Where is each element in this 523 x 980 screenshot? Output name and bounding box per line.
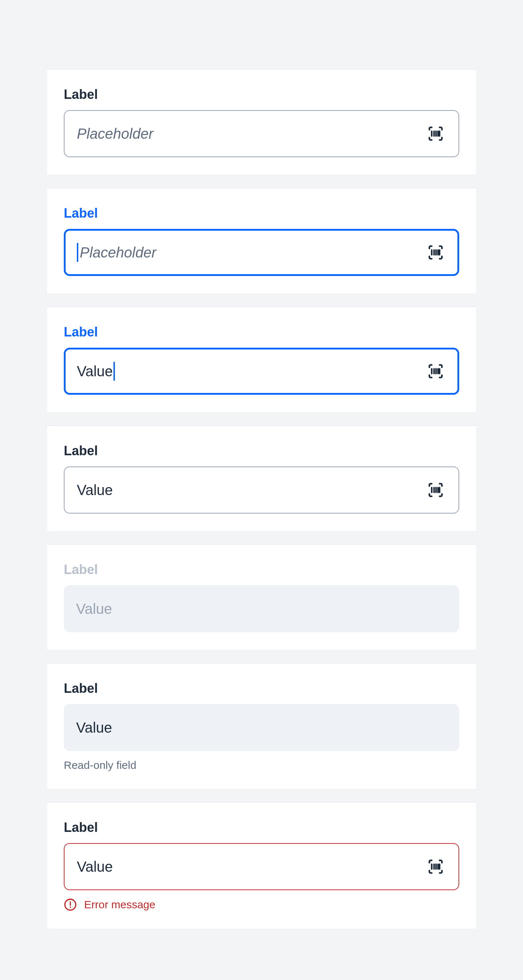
field-error: Label Value Error message [47,802,476,929]
field-focused-filled: Label Value [47,306,476,412]
text-input[interactable]: Value [64,843,459,890]
field-label: Label [64,206,459,221]
input-value: Value [76,601,447,617]
field-label: Label [64,562,459,577]
text-input[interactable]: Placeholder [64,110,459,157]
field-disabled: Label Value [47,544,476,650]
input-states-showcase: Label Placeholder Label Placeholder Labe… [0,0,523,980]
field-readonly: Label Value Read-only field [47,663,476,789]
text-caret [113,362,115,381]
field-label: Label [64,325,459,340]
barcode-icon[interactable] [425,856,446,877]
text-input[interactable]: Value [64,466,459,514]
barcode-icon[interactable] [425,479,446,501]
field-label: Label [64,443,459,458]
input-value: Value [77,859,425,875]
error-message-row: Error message [64,898,459,911]
input-value: Value [76,720,447,736]
field-focused-empty: Label Placeholder [47,188,476,293]
field-filled: Label Value [47,425,476,531]
text-caret [77,243,78,262]
field-label: Label [64,87,459,102]
input-value: Value [77,482,425,498]
field-label: Label [64,820,459,835]
barcode-icon[interactable] [425,361,446,382]
text-input: Value [64,585,459,632]
field-default-empty: Label Placeholder [47,69,476,175]
field-label: Label [64,681,459,696]
text-input: Value [64,704,459,751]
input-placeholder: Placeholder [77,126,425,142]
barcode-icon[interactable] [425,123,446,144]
error-message-text: Error message [84,899,155,911]
helper-text: Read-only field [64,759,459,772]
input-placeholder: Placeholder [77,243,425,262]
text-input[interactable]: Placeholder [64,229,459,276]
text-input[interactable]: Value [64,348,459,395]
input-value: Value [77,362,425,381]
barcode-icon[interactable] [425,242,446,263]
alert-circle-icon [64,898,77,911]
